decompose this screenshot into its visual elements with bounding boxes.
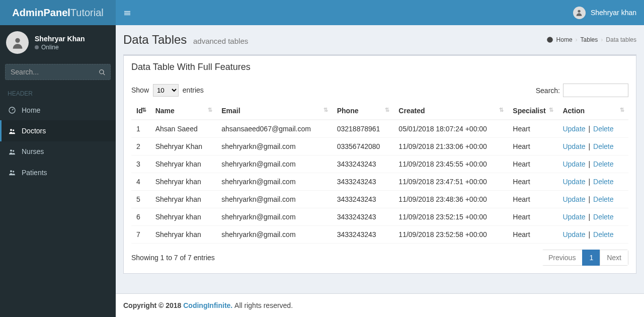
cell-action: Update | Delete	[557, 191, 628, 208]
sidebar-item-doctors[interactable]: Doctors	[0, 120, 116, 141]
sidebar-toggle[interactable]	[123, 8, 131, 17]
user-menu[interactable]: Shehryar khan	[573, 7, 636, 19]
cell-phone: 3433243243	[332, 226, 394, 244]
delete-link[interactable]: Delete	[593, 178, 613, 186]
table-info: Showing 1 to 7 of 7 entries	[131, 254, 215, 262]
cell-phone: 03218878961	[332, 120, 394, 138]
pagination-previous[interactable]: Previous	[542, 250, 583, 266]
delete-link[interactable]: Delete	[593, 160, 613, 168]
sidebar-item-patients[interactable]: Patients	[0, 162, 116, 183]
sort-icon: ⇅	[620, 107, 624, 113]
cell-specialist: Heart	[508, 208, 557, 226]
user-icon	[11, 36, 25, 50]
cell-id: 3	[131, 155, 150, 173]
svg-point-4	[13, 129, 14, 131]
svg-point-5	[10, 149, 12, 151]
cell-specialist: Heart	[508, 138, 557, 155]
page-title: Data Tables advanced tables	[123, 33, 248, 47]
pagination-next[interactable]: Next	[600, 250, 628, 266]
table-search-input[interactable]	[563, 84, 628, 97]
sidebar-header: HEADER	[0, 84, 116, 100]
column-created[interactable]: Created⇅	[393, 102, 508, 120]
update-link[interactable]: Update	[562, 142, 585, 150]
table-row: 7Shehryar khanshehryarkn@gmail.com343324…	[131, 226, 628, 244]
sort-icon: ⇅	[499, 107, 504, 113]
cell-name: Ahsan Saeed	[150, 120, 217, 138]
pagination-page-1[interactable]: 1	[582, 250, 600, 266]
cell-id: 2	[131, 138, 150, 155]
cell-email: shehryarkn@gmail.com	[216, 173, 332, 191]
search-button[interactable]	[99, 68, 106, 76]
table-row: 2Shehryar Khanshehryarkn@gmail.com033567…	[131, 138, 628, 155]
cell-created: 11/09/2018 23:48:36 +00:00	[393, 191, 508, 208]
column-action[interactable]: Action⇅	[557, 102, 628, 120]
cell-phone: 3433243243	[332, 208, 394, 226]
svg-point-7	[10, 171, 12, 173]
logo-light: Tutorial	[70, 7, 104, 19]
user-icon	[575, 9, 583, 17]
svg-point-6	[13, 150, 14, 151]
delete-link[interactable]: Delete	[593, 125, 613, 133]
sidebar-item-home[interactable]: Home	[0, 100, 116, 120]
column-name[interactable]: Name⇅	[150, 102, 217, 120]
cell-specialist: Heart	[508, 191, 557, 208]
cell-email: shehryarkn@gmail.com	[216, 155, 332, 173]
cell-email: shehryarkn@gmail.com	[216, 191, 332, 208]
status-dot-icon	[35, 45, 39, 49]
logo-bold: AdminPanel	[12, 7, 70, 19]
cell-created: 11/09/2018 23:52:15 +00:00	[393, 208, 508, 226]
delete-link[interactable]: Delete	[593, 195, 613, 203]
svg-point-0	[578, 10, 581, 13]
sidebar-item-label: Patients	[22, 169, 47, 177]
table-row: 6Shehryar khanshehryarkn@gmail.com343324…	[131, 208, 628, 226]
user-name-top: Shehryar khan	[591, 9, 636, 17]
column-id[interactable]: Id⇅	[131, 102, 150, 120]
cell-name: Shehryar khan	[150, 208, 217, 226]
sidebar-user-name: Shehryar Khan	[35, 35, 85, 43]
breadcrumb-tables[interactable]: Tables	[581, 36, 598, 43]
delete-link[interactable]: Delete	[593, 230, 613, 239]
breadcrumb-home[interactable]: Home	[556, 36, 573, 43]
footer-brand-link[interactable]: CodingInfinite.	[183, 301, 232, 309]
sidebar-item-nurses[interactable]: Nurses	[0, 141, 116, 162]
update-link[interactable]: Update	[562, 230, 585, 239]
delete-link[interactable]: Delete	[593, 142, 613, 150]
sort-icon: ⇅	[385, 107, 389, 113]
update-link[interactable]: Update	[562, 213, 585, 221]
cell-id: 4	[131, 173, 150, 191]
cell-action: Update | Delete	[557, 226, 628, 244]
update-link[interactable]: Update	[562, 125, 585, 133]
column-email[interactable]: Email⇅	[216, 102, 332, 120]
column-specialist[interactable]: Specialist⇅	[508, 102, 557, 120]
cell-created: 11/09/2018 23:45:55 +00:00	[393, 155, 508, 173]
delete-link[interactable]: Delete	[593, 213, 613, 221]
update-link[interactable]: Update	[562, 178, 585, 186]
cell-phone: 3433243243	[332, 191, 394, 208]
cell-created: 11/09/2018 21:33:06 +00:00	[393, 138, 508, 155]
table-row: 3Shehryar khanshehryarkn@gmail.com343324…	[131, 155, 628, 173]
cell-email: shehryarkn@gmail.com	[216, 208, 332, 226]
footer: Copyright © 2018 CodingInfinite. All rig…	[116, 293, 644, 317]
page-subtitle: advanced tables	[193, 37, 248, 45]
length-select[interactable]: 102550100	[153, 84, 179, 97]
table-row: 1Ahsan Saeedahsansaeed067@gmail.com03218…	[131, 120, 628, 138]
logo[interactable]: AdminPanelTutorial	[0, 0, 116, 25]
svg-point-3	[10, 129, 12, 131]
sidebar-user-status: Online	[35, 44, 85, 51]
cell-name: Shehryar khan	[150, 155, 217, 173]
users-icon	[8, 126, 17, 135]
update-link[interactable]: Update	[562, 195, 585, 203]
svg-point-1	[15, 38, 20, 42]
column-phone[interactable]: Phone⇅	[332, 102, 394, 120]
breadcrumb: Home › Tables › Data tables	[546, 36, 636, 43]
cell-email: shehryarkn@gmail.com	[216, 138, 332, 155]
avatar-small	[573, 7, 586, 19]
search-icon	[99, 69, 106, 76]
pagination: Previous 1 Next	[542, 250, 628, 266]
cell-action: Update | Delete	[557, 208, 628, 226]
sidebar-search-input[interactable]	[5, 64, 111, 80]
svg-point-8	[13, 171, 14, 173]
sort-icon: ⇅	[324, 107, 328, 113]
update-link[interactable]: Update	[562, 160, 585, 168]
sidebar-item-label: Home	[22, 106, 40, 114]
